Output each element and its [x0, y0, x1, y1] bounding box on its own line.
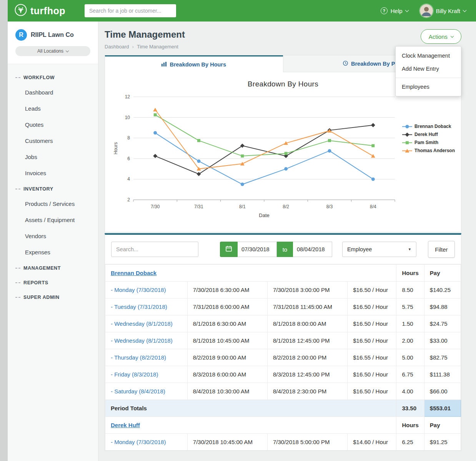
employee-link-derek-huff[interactable]: Derek Huff — [111, 422, 140, 428]
rate-cell: $16.55 / Hour — [348, 349, 396, 366]
sidebar-section-label: REPORTS — [23, 280, 48, 285]
legend-item-brennan-doback[interactable]: Brennan Doback — [402, 124, 455, 129]
user-name: Billy Kraft — [436, 8, 460, 14]
hours-cell: 8.50 — [396, 282, 424, 298]
clock-in-cell: 8/3/2018 6:00:00 AM — [187, 366, 267, 383]
sidebar-item-customers[interactable]: Customers — [8, 133, 98, 149]
day-link[interactable]: - Tuesday (7/31/2018) — [111, 303, 167, 310]
filter-row: to Employee ▼ Filter — [105, 235, 461, 264]
calendar-button[interactable] — [220, 242, 238, 257]
period-totals-label: Period Totals — [105, 400, 396, 417]
sidebar-item-expenses[interactable]: Expenses — [8, 244, 98, 260]
tab-label: Breakdown By Pay — [351, 61, 401, 67]
timesheet-table: Brennan DobackHoursPay- Monday (7/30/201… — [105, 264, 461, 451]
day-link[interactable]: - Monday (7/30/2018) — [111, 439, 166, 445]
date-to-label: to — [277, 242, 293, 257]
turfhop-grass-icon — [15, 4, 27, 18]
sidebar-section-label: INVENTORY — [23, 186, 53, 192]
hours-chart[interactable]: 246810127/307/318/18/28/38/4DateHours — [112, 91, 400, 221]
pay-cell: $24.75 — [424, 315, 461, 332]
sidebar-item-jobs[interactable]: Jobs — [8, 149, 98, 165]
day-link[interactable]: - Friday (8/3/2018) — [111, 371, 158, 378]
help-label: Help — [391, 8, 403, 14]
user-menu[interactable]: Billy Kraft — [420, 4, 466, 17]
page-title: Time Management — [105, 29, 185, 40]
legend-marker-icon — [402, 148, 412, 153]
day-link[interactable]: - Wednesday (8/1/2018) — [111, 337, 173, 344]
clock-in-cell: 7/30/2018 6:30:00 AM — [187, 282, 267, 298]
day-link[interactable]: - Thursday (8/2/2018) — [111, 354, 166, 361]
sidebar-item-dashboard[interactable]: Dashboard — [8, 84, 98, 100]
tree-branch-icon — [15, 297, 20, 298]
sidebar-item-vendors[interactable]: Vendors — [8, 228, 98, 244]
sidebar-section-management[interactable]: MANAGEMENT — [8, 260, 98, 275]
sidebar-section-inventory[interactable]: INVENTORY — [8, 181, 98, 196]
timesheet-row: - Monday (7/30/2018)7/30/2018 6:30:00 AM… — [105, 282, 461, 298]
main-content: Time Management Dashboard›Time Managemen… — [98, 22, 476, 461]
sidebar-item-leads[interactable]: Leads — [8, 100, 98, 116]
date-from-input[interactable] — [238, 242, 277, 257]
actions-button[interactable]: Actions — [421, 29, 461, 44]
topbar: turfhop ? Help Billy Kraft — [8, 0, 476, 22]
menu-item-add-new-entry[interactable]: Add New Entry — [396, 62, 461, 75]
tab-label: Breakdown By Hours — [170, 61, 226, 68]
employee-header-row: Brennan DobackHoursPay — [105, 265, 461, 282]
sidebar-section-super-admin[interactable]: SUPER ADMIN — [8, 289, 98, 304]
filter-button[interactable]: Filter — [428, 241, 455, 258]
day-cell: - Friday (8/3/2018) — [105, 366, 188, 383]
period-totals-row: Period Totals33.50$553.01 — [105, 400, 461, 417]
legend-label: Pam Smith — [414, 140, 438, 145]
hours-cell: 1.50 — [396, 315, 424, 332]
sidebar-section-workflow[interactable]: WORKFLOW — [8, 70, 98, 84]
hours-cell: 2.00 — [396, 332, 424, 349]
company-name: RIIPL Lawn Co — [31, 32, 74, 38]
svg-text:8/3: 8/3 — [326, 204, 333, 209]
timesheet-card: to Employee ▼ Filter Brennan DobackHours… — [105, 233, 461, 451]
legend-label: Thomas Anderson — [414, 148, 455, 153]
breadcrumb-separator: › — [132, 44, 134, 50]
locations-selector[interactable]: All Locations — [15, 46, 90, 56]
clock-out-cell: 7/30/2018 5:00:00 PM — [268, 434, 348, 451]
global-search-input[interactable] — [85, 4, 176, 17]
legend-item-thomas-anderson[interactable]: Thomas Anderson — [402, 148, 455, 153]
sidebar-item-quotes[interactable]: Quotes — [8, 116, 98, 133]
sidebar-item-assets-equipment[interactable]: Assets / Equipment — [8, 212, 98, 228]
rate-cell: $14.60 / Hour — [348, 434, 396, 451]
timesheet-row: - Saturday (8/4/2018)8/4/2018 10:30:00 A… — [105, 383, 461, 400]
bar-chart-icon — [161, 61, 166, 68]
table-search-input[interactable] — [111, 242, 198, 257]
brand-logo[interactable]: turfhop — [15, 4, 65, 18]
breadcrumb-item-dashboard[interactable]: Dashboard — [105, 44, 129, 50]
date-to-input[interactable] — [293, 242, 332, 257]
legend-item-derek-huff[interactable]: Derek Huff — [402, 132, 455, 137]
sidebar-item-products-services[interactable]: Products / Services — [8, 196, 98, 212]
sidebar-section-reports[interactable]: REPORTS — [8, 275, 98, 289]
clock-icon — [343, 61, 348, 67]
day-link[interactable]: - Monday (7/30/2018) — [111, 287, 166, 293]
menu-item-clock-management[interactable]: Clock Management — [396, 49, 461, 62]
menu-item-employees[interactable]: Employees — [396, 80, 461, 93]
day-link[interactable]: - Saturday (8/4/2018) — [111, 388, 165, 395]
tab-breakdown-by-hours[interactable]: Breakdown By Hours — [105, 55, 283, 72]
employee-select[interactable]: Employee ▼ — [342, 242, 416, 257]
svg-text:2: 2 — [127, 197, 130, 202]
svg-text:Hours: Hours — [113, 142, 118, 154]
day-cell: - Wednesday (8/1/2018) — [105, 315, 188, 332]
clock-in-cell: 8/4/2018 10:30:00 AM — [187, 383, 267, 400]
company-block: R RIIPL Lawn Co All Locations — [8, 22, 98, 64]
sidebar-section-label: MANAGEMENT — [23, 265, 61, 271]
sidebar-section-label: SUPER ADMIN — [23, 295, 60, 300]
brand-name: turfhop — [30, 5, 65, 17]
employee-cell: Derek Huff — [105, 417, 396, 434]
sidebar-item-invoices[interactable]: Invoices — [8, 165, 98, 181]
pay-cell: $111.38 — [424, 366, 461, 383]
employee-link-brennan-doback[interactable]: Brennan Doback — [111, 270, 156, 276]
day-link[interactable]: - Wednesday (8/1/2018) — [111, 320, 173, 327]
rate-cell: $16.50 / Hour — [348, 383, 396, 400]
company-logo-badge: R — [15, 29, 27, 41]
day-cell: - Saturday (8/4/2018) — [105, 383, 188, 400]
period-total-hours: 33.50 — [396, 400, 424, 417]
legend-item-pam-smith[interactable]: Pam Smith — [402, 140, 455, 145]
clock-out-cell: 8/2/2018 2:00:00 PM — [268, 349, 348, 366]
help-menu[interactable]: ? Help — [381, 7, 408, 14]
